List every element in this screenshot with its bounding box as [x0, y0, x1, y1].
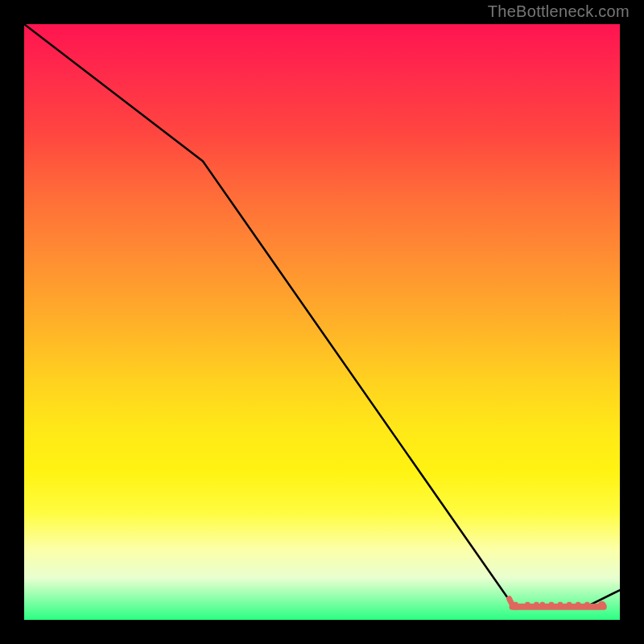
- chart-overlay: [24, 24, 620, 620]
- marker-tick: [558, 602, 563, 608]
- marker-tick: [576, 602, 580, 608]
- main-curve: [24, 24, 620, 608]
- marker-tick: [567, 602, 572, 608]
- marker-tick: [549, 602, 554, 608]
- marker-tick: [525, 602, 530, 608]
- marker-tick: [534, 602, 539, 608]
- plot-area: [24, 24, 620, 620]
- watermark-text: TheBottleneck.com: [488, 2, 630, 21]
- marker-tick: [540, 602, 545, 608]
- flat-region-markers: [510, 599, 606, 609]
- marker-tick: [584, 602, 589, 608]
- marker-dot: [598, 601, 606, 609]
